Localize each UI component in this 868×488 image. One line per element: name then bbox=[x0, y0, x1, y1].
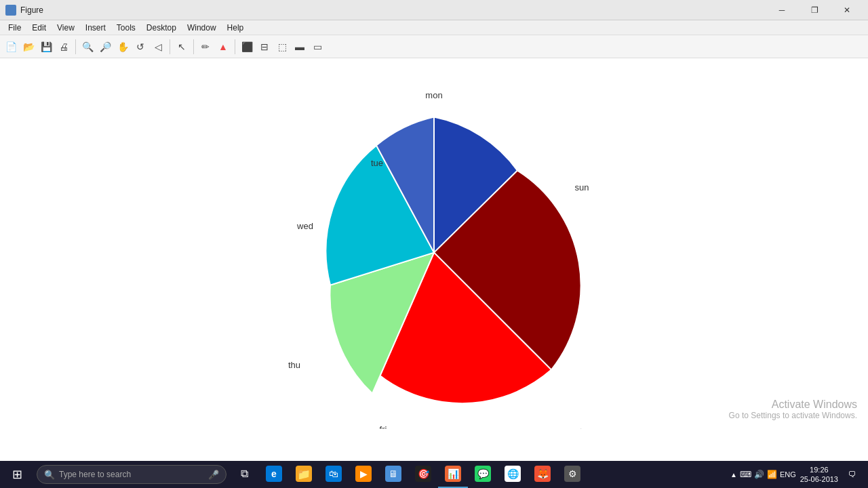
view-toggle-2[interactable]: ⊟ bbox=[256, 39, 273, 55]
taskbar-settings[interactable]: ⚙ bbox=[557, 461, 587, 488]
taskbar: ⊞ 🔍 Type here to search 🎤 ⧉ e 📁 🛍 ▶ 🖥 🎯 … bbox=[0, 461, 868, 488]
minimize-button[interactable]: ─ bbox=[766, 0, 797, 20]
app-icon bbox=[5, 5, 16, 16]
taskbar-store[interactable]: 🛍 bbox=[319, 461, 349, 488]
label-mon: mon bbox=[425, 90, 442, 100]
label-sun: sun bbox=[575, 182, 589, 192]
tray-volume[interactable]: 🔊 bbox=[754, 470, 764, 479]
toolbar: 📄 📂 💾 🖨 🔍 🔎 ✋ ↺ ◁ ↖ ✏ ▲ ⬛ ⊟ ⬚ ▬ ▭ bbox=[0, 35, 868, 58]
watermark-line2: Go to Settings to activate Windows. bbox=[729, 411, 857, 420]
open-button[interactable]: 📂 bbox=[20, 39, 37, 55]
taskbar-target-app[interactable]: 🎯 bbox=[408, 461, 438, 488]
pan-button[interactable]: ✋ bbox=[115, 39, 131, 55]
menu-tools[interactable]: Tools bbox=[111, 22, 141, 34]
toolbar-separator-3 bbox=[193, 39, 194, 54]
tray-up-arrow[interactable]: ▲ bbox=[730, 471, 737, 479]
label-wed: wed bbox=[296, 221, 313, 231]
close-button[interactable]: ✕ bbox=[831, 0, 863, 20]
notification-button[interactable]: 🗨 bbox=[842, 461, 863, 488]
toolbar-separator-1 bbox=[75, 39, 76, 54]
microphone-icon: 🎤 bbox=[208, 470, 219, 480]
menu-file[interactable]: File bbox=[3, 22, 26, 34]
menu-bar: File Edit View Insert Tools Desktop Wind… bbox=[0, 20, 868, 35]
view-toggle-3[interactable]: ⬚ bbox=[274, 39, 290, 55]
toolbar-separator-2 bbox=[170, 39, 170, 54]
view-toggle-4[interactable]: ▬ bbox=[292, 39, 308, 55]
taskbar-matlab[interactable]: 📊 bbox=[438, 461, 468, 488]
pencil-button[interactable]: ✏ bbox=[197, 39, 214, 55]
main-canvas: mon tue wed thu fri sat sun Activate Win… bbox=[0, 58, 868, 461]
search-placeholder: Type here to search bbox=[59, 470, 131, 479]
menu-desktop[interactable]: Desktop bbox=[141, 22, 182, 34]
save-button[interactable]: 💾 bbox=[38, 39, 54, 55]
clock-date: 25-06-2013 bbox=[800, 474, 838, 484]
label-sat: sat bbox=[570, 426, 583, 429]
print-button[interactable]: 🖨 bbox=[56, 39, 72, 55]
clock-time: 19:26 bbox=[800, 465, 838, 474]
taskbar-git[interactable]: 🦊 bbox=[528, 461, 557, 488]
view-toggle-1[interactable]: ⬛ bbox=[239, 39, 255, 55]
tray-network[interactable]: 📶 bbox=[767, 470, 777, 479]
pie-chart: mon tue wed thu fri sat sun bbox=[264, 77, 604, 429]
restore-button[interactable]: ❐ bbox=[799, 0, 830, 20]
taskbar-right: ▲ ⌨ 🔊 📶 ENG 19:26 25-06-2013 🗨 bbox=[730, 461, 868, 488]
toolbar-separator-4 bbox=[235, 39, 235, 54]
taskbar-whatsapp[interactable]: 💬 bbox=[468, 461, 498, 488]
menu-help[interactable]: Help bbox=[222, 22, 250, 34]
menu-view[interactable]: View bbox=[52, 22, 80, 34]
back-button[interactable]: ◁ bbox=[150, 39, 166, 55]
tray-keyboard: ⌨ bbox=[740, 470, 751, 479]
menu-edit[interactable]: Edit bbox=[26, 22, 52, 34]
tray-lang[interactable]: ENG bbox=[780, 470, 796, 479]
system-clock[interactable]: 19:26 25-06-2013 bbox=[800, 465, 838, 485]
windows-watermark: Activate Windows Go to Settings to activ… bbox=[718, 399, 868, 420]
start-button[interactable]: ⊞ bbox=[0, 461, 34, 488]
window-controls: ─ ❐ ✕ bbox=[766, 0, 863, 20]
search-bar[interactable]: 🔍 Type here to search 🎤 bbox=[37, 465, 226, 484]
zoom-in-button[interactable]: 🔍 bbox=[79, 39, 96, 55]
taskbar-explorer[interactable]: 📁 bbox=[289, 461, 319, 488]
search-icon: 🔍 bbox=[44, 470, 55, 480]
window-title: Figure bbox=[20, 5, 43, 15]
label-thu: thu bbox=[288, 360, 300, 370]
title-bar: Figure ─ ❐ ✕ bbox=[0, 0, 868, 20]
color-button[interactable]: ▲ bbox=[215, 39, 231, 55]
taskbar-vlc[interactable]: ▶ bbox=[349, 461, 378, 488]
new-button[interactable]: 📄 bbox=[3, 39, 19, 55]
system-tray: ▲ ⌨ 🔊 📶 ENG bbox=[730, 470, 796, 479]
rotate-button[interactable]: ↺ bbox=[132, 39, 149, 55]
zoom-out-button[interactable]: 🔎 bbox=[97, 39, 113, 55]
menu-insert[interactable]: Insert bbox=[80, 22, 111, 34]
view-toggle-5[interactable]: ▭ bbox=[309, 39, 326, 55]
label-tue: tue bbox=[371, 158, 383, 168]
pointer-button[interactable]: ↖ bbox=[174, 39, 190, 55]
taskbar-control-panel[interactable]: 🖥 bbox=[378, 461, 408, 488]
label-fri: fri bbox=[380, 424, 387, 429]
watermark-line1: Activate Windows bbox=[729, 399, 857, 411]
menu-window[interactable]: Window bbox=[182, 22, 222, 34]
taskbar-task-view[interactable]: ⧉ bbox=[229, 461, 259, 488]
taskbar-edge[interactable]: e bbox=[259, 461, 289, 488]
taskbar-chrome[interactable]: 🌐 bbox=[498, 461, 528, 488]
